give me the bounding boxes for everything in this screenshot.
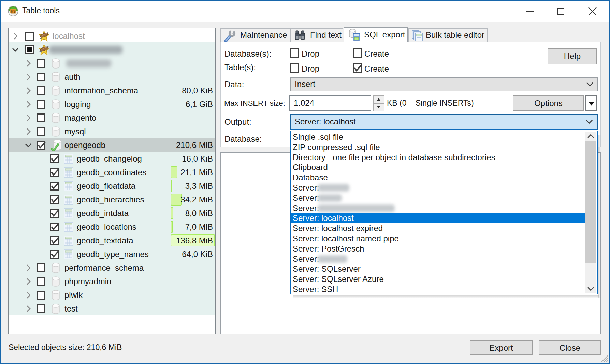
svg-text:HS: HS [11,9,16,13]
